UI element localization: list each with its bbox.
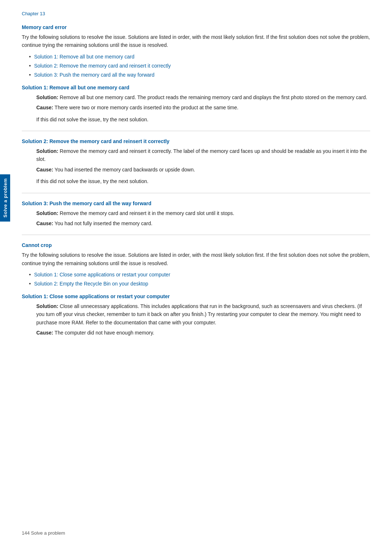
sol1-3-title: Solution 3: Push the memory card all the… [22, 200, 370, 206]
sol1-2-next: If this did not solve the issue, try the… [36, 177, 370, 185]
sol1-3-cause-text: You had not fully inserted the memory ca… [53, 220, 152, 226]
sol2-1-block: Solution: Close all unnecessary applicat… [36, 302, 370, 337]
memory-card-error-links: Solution 1: Remove all but one memory ca… [29, 53, 370, 79]
sol1-1-solution: Solution: Remove all but one memory card… [36, 93, 370, 101]
cannot-crop-links: Solution 1: Close some applications or r… [29, 271, 370, 288]
sol1-1-solution-text: Remove all but one memory card. The prod… [58, 94, 367, 100]
cause-label-2: Cause: [36, 167, 53, 173]
cause-label: Cause: [36, 105, 53, 110]
section-sol2-1: Solution 1: Close some applications or r… [22, 293, 370, 337]
section-title-memory-card-error: Memory card error [22, 24, 370, 30]
sol1-1-title: Solution 1: Remove all but one memory ca… [22, 85, 370, 90]
sol1-1-next: If this did not solve the issue, try the… [36, 116, 370, 123]
section-title-cannot-crop: Cannot crop [22, 242, 370, 248]
sol2-1-solution-text: Close all unnecessary applications. This… [36, 303, 362, 325]
list-item: Solution 3: Push the memory card all the… [29, 71, 370, 79]
side-tab: Solve a problem [0, 174, 10, 222]
page-wrapper: Solve a problem Chapter 13 Memory card e… [0, 0, 392, 543]
solution-label: Solution: [36, 94, 58, 100]
list-item: Solution 1: Close some applications or r… [29, 271, 370, 279]
link-sol2-2[interactable]: Solution 2: Empty the Recycle Bin on you… [34, 281, 148, 287]
sol1-1-cause-text: There were two or more memory cards inse… [53, 105, 238, 110]
sol2-1-title: Solution 1: Close some applications or r… [22, 293, 370, 299]
sol2-1-solution: Solution: Close all unnecessary applicat… [36, 302, 370, 327]
solution-label-3: Solution: [36, 210, 58, 216]
section-cannot-crop: Cannot crop Try the following solutions … [22, 242, 370, 288]
section-memory-card-error: Memory card error Try the following solu… [22, 24, 370, 79]
sol1-2-title: Solution 2: Remove the memory card and r… [22, 138, 370, 144]
solution-label-4: Solution: [36, 303, 58, 309]
sol1-2-solution: Solution: Remove the memory card and rei… [36, 147, 370, 163]
section-sol1-1: Solution 1: Remove all but one memory ca… [22, 85, 370, 123]
sol1-1-block: Solution: Remove all but one memory card… [36, 93, 370, 112]
link-sol1-2[interactable]: Solution 2: Remove the memory card and r… [34, 63, 171, 69]
cause-label-3: Cause: [36, 220, 53, 226]
link-sol1-3[interactable]: Solution 3: Push the memory card all the… [34, 72, 155, 78]
side-tab-label: Solve a problem [3, 178, 8, 218]
section-intro-memory-card-error: Try the following solutions to resolve t… [22, 33, 370, 49]
sol1-3-solution-text: Remove the memory card and reinsert it i… [58, 210, 234, 216]
list-item: Solution 2: Remove the memory card and r… [29, 62, 370, 70]
sol1-2-block: Solution: Remove the memory card and rei… [36, 147, 370, 174]
link-sol1-1[interactable]: Solution 1: Remove all but one memory ca… [34, 54, 134, 60]
sol2-1-cause-text: The computer did not have enough memory. [53, 330, 154, 336]
divider-1 [22, 131, 370, 131]
sol2-1-cause: Cause: The computer did not have enough … [36, 329, 370, 337]
section-sol1-3: Solution 3: Push the memory card all the… [22, 200, 370, 228]
sol1-1-cause: Cause: There were two or more memory car… [36, 104, 370, 112]
divider-3 [22, 235, 370, 235]
sol1-2-cause: Cause: You had inserted the memory card … [36, 166, 370, 174]
sol1-3-block: Solution: Remove the memory card and rei… [36, 209, 370, 228]
cause-label-4: Cause: [36, 330, 53, 336]
chapter-label: Chapter 13 [22, 11, 370, 16]
solution-label-2: Solution: [36, 148, 58, 154]
main-content: Chapter 13 Memory card error Try the fol… [22, 0, 370, 543]
list-item: Solution 1: Remove all but one memory ca… [29, 53, 370, 61]
sol1-2-solution-text: Remove the memory card and reinsert it c… [36, 148, 367, 162]
list-item: Solution 2: Empty the Recycle Bin on you… [29, 280, 370, 288]
link-sol2-1[interactable]: Solution 1: Close some applications or r… [34, 272, 170, 277]
sol1-3-cause: Cause: You had not fully inserted the me… [36, 219, 370, 227]
sol1-3-solution: Solution: Remove the memory card and rei… [36, 209, 370, 217]
page-footer: 144 Solve a problem [22, 530, 65, 536]
divider-2 [22, 193, 370, 193]
sol1-2-cause-text: You had inserted the memory card backwar… [53, 167, 195, 173]
section-sol1-2: Solution 2: Remove the memory card and r… [22, 138, 370, 186]
section-intro-cannot-crop: Try the following solutions to resolve t… [22, 251, 370, 267]
